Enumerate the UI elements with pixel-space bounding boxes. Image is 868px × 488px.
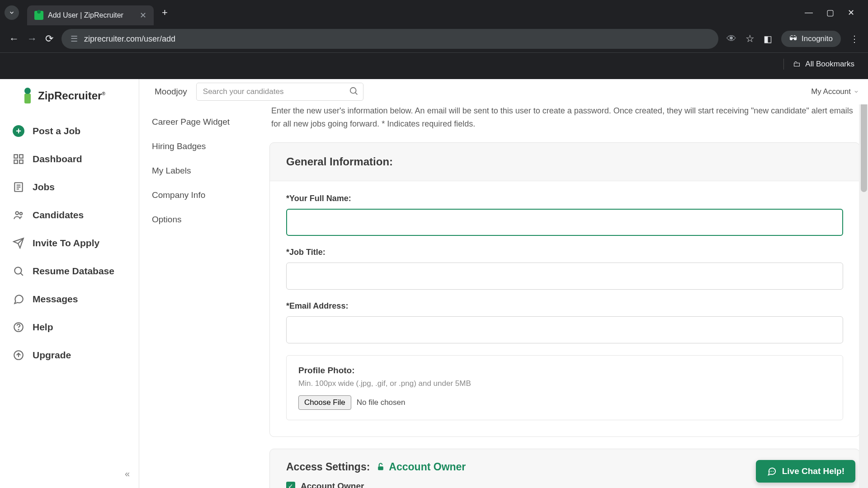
full-name-input[interactable]: [286, 209, 843, 236]
nav-post-a-job[interactable]: + Post a Job: [0, 117, 139, 145]
tab-close-button[interactable]: ✕: [140, 10, 146, 20]
profile-photo-section: Profile Photo: Min. 100px wide (.jpg, .g…: [286, 355, 843, 420]
incognito-badge[interactable]: 🕶 Incognito: [781, 31, 841, 47]
sec-nav-my-labels[interactable]: My Labels: [152, 159, 257, 183]
jobs-icon: [13, 181, 24, 193]
chevron-down-icon: [9, 9, 15, 16]
svg-rect-19: [378, 466, 384, 470]
scrollbar[interactable]: [859, 79, 868, 488]
browser-menu-icon[interactable]: ⋮: [850, 33, 859, 44]
main-content: Enter the new user's information below. …: [269, 104, 868, 488]
app-root: ZipRecruiter® + Post a Job Dashboard Job…: [0, 79, 868, 488]
reload-button[interactable]: ⟳: [45, 33, 53, 45]
account-label: My Account: [811, 87, 851, 96]
candidates-icon: [13, 209, 24, 221]
svg-point-15: [18, 329, 19, 330]
secondary-sidebar: Career Page Widget Hiring Badges My Labe…: [139, 104, 269, 488]
choose-file-button[interactable]: Choose File: [298, 395, 351, 410]
nav-label: Messages: [33, 294, 78, 305]
account-owner-checkbox[interactable]: ✓: [286, 482, 295, 488]
svg-line-18: [355, 93, 358, 95]
account-owner-badge: Account Owner: [376, 461, 466, 473]
forward-button[interactable]: →: [27, 33, 37, 45]
favicon-icon: [34, 11, 43, 20]
svg-rect-5: [19, 160, 23, 164]
window-controls: — ▢ ✕: [805, 8, 863, 18]
help-icon: [13, 321, 24, 333]
svg-point-12: [14, 267, 21, 274]
nav-messages[interactable]: Messages: [0, 285, 139, 313]
nav-candidates[interactable]: Candidates: [0, 201, 139, 229]
svg-rect-4: [14, 160, 18, 164]
incognito-label: Incognito: [802, 34, 833, 43]
live-chat-button[interactable]: Live Chat Help!: [756, 460, 855, 483]
svg-rect-3: [19, 155, 23, 158]
sec-nav-hiring-badges[interactable]: Hiring Badges: [152, 134, 257, 159]
job-title-label: *Job Title:: [286, 248, 843, 257]
bookmark-star-icon[interactable]: ☆: [745, 33, 755, 45]
nav-label: Help: [33, 322, 53, 333]
tab-bar: Add User | ZipRecruiter ✕ + — ▢ ✕: [0, 0, 868, 25]
nav-dashboard[interactable]: Dashboard: [0, 145, 139, 173]
intro-text: Enter the new user's information below. …: [269, 104, 860, 142]
search-button[interactable]: [349, 86, 359, 98]
org-name[interactable]: Moodjoy: [155, 87, 187, 97]
chat-icon: [767, 466, 777, 476]
browser-chrome: Add User | ZipRecruiter ✕ + — ▢ ✕ ← → ⟳ …: [0, 0, 868, 79]
nav-label: Dashboard: [33, 154, 82, 164]
checkbox-label: Account Owner: [301, 481, 364, 488]
logo-icon: [21, 87, 34, 104]
nav-label: Upgrade: [33, 350, 71, 361]
owner-badge-text: Account Owner: [389, 461, 466, 473]
bookmarks-bar: 🗀 All Bookmarks: [0, 52, 868, 75]
nav-label: Post a Job: [33, 126, 80, 136]
url-input[interactable]: ☰ ziprecruiter.com/user/add: [61, 29, 718, 49]
messages-icon: [13, 293, 24, 305]
nav-label: Candidates: [33, 210, 84, 221]
nav-resume-database[interactable]: Resume Database: [0, 257, 139, 285]
incognito-icon: 🕶: [789, 34, 797, 43]
close-window-button[interactable]: ✕: [848, 8, 854, 18]
search-icon: [13, 265, 24, 277]
svg-point-22: [773, 471, 774, 472]
logo-text: ZipRecruiter®: [38, 89, 105, 102]
side-panel-icon[interactable]: ◧: [764, 33, 772, 44]
logo[interactable]: ZipRecruiter®: [0, 87, 139, 117]
svg-point-21: [771, 471, 772, 472]
back-button[interactable]: ←: [9, 33, 19, 45]
nav-help[interactable]: Help: [0, 313, 139, 341]
svg-rect-0: [24, 94, 31, 103]
maximize-button[interactable]: ▢: [826, 8, 834, 18]
tab-search-dropdown[interactable]: [5, 5, 19, 20]
url-text: ziprecruiter.com/user/add: [84, 34, 175, 44]
tracking-icon[interactable]: 👁: [726, 33, 736, 45]
all-bookmarks-button[interactable]: All Bookmarks: [805, 60, 854, 69]
upgrade-icon: [13, 349, 24, 361]
search-candidates-input[interactable]: [196, 83, 363, 101]
nav-label: Resume Database: [33, 266, 114, 277]
search-icon: [349, 86, 359, 96]
sec-nav-career-page-widget[interactable]: Career Page Widget: [152, 110, 257, 134]
card-title: General Information:: [270, 143, 859, 181]
address-bar: ← → ⟳ ☰ ziprecruiter.com/user/add 👁 ☆ ◧ …: [0, 25, 868, 52]
browser-tab[interactable]: Add User | ZipRecruiter ✕: [27, 5, 154, 25]
svg-point-11: [20, 212, 22, 215]
collapse-sidebar-button[interactable]: «: [0, 460, 139, 488]
chevron-down-icon: [854, 89, 859, 94]
email-input[interactable]: [286, 316, 843, 343]
my-account-menu[interactable]: My Account: [811, 87, 859, 96]
new-tab-button[interactable]: +: [162, 7, 168, 19]
general-info-card: General Information: *Your Full Name: *J…: [269, 142, 860, 437]
email-label: *Email Address:: [286, 301, 843, 311]
site-settings-icon[interactable]: ☰: [71, 34, 78, 44]
minimize-button[interactable]: —: [805, 8, 813, 18]
dashboard-icon: [13, 153, 24, 165]
sec-nav-options[interactable]: Options: [152, 207, 257, 232]
nav-upgrade[interactable]: Upgrade: [0, 341, 139, 369]
nav-jobs[interactable]: Jobs: [0, 173, 139, 201]
nav-invite-to-apply[interactable]: Invite To Apply: [0, 229, 139, 257]
svg-point-1: [24, 88, 31, 94]
job-title-input[interactable]: [286, 263, 843, 290]
sec-nav-company-info[interactable]: Company Info: [152, 183, 257, 207]
folder-icon: 🗀: [793, 60, 801, 69]
